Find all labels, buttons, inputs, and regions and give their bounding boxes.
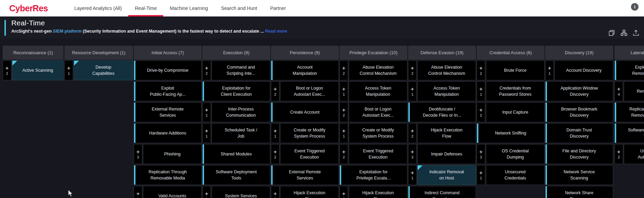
expand-button[interactable]: +1 [202, 102, 211, 122]
technique-cell[interactable]: Exploitation ofRemote Services [615, 60, 644, 80]
technique-cell[interactable]: Account Discovery [554, 60, 613, 80]
technique-cell[interactable]: Active Scanning [12, 60, 63, 80]
technique-cell[interactable]: Impair Defenses [417, 144, 476, 164]
expand-button[interactable]: +1 [545, 60, 554, 80]
hierarchy-icon[interactable] [621, 30, 627, 36]
technique-cell[interactable]: Network ServiceScanning [545, 165, 613, 185]
technique-cell[interactable]: Access TokenManipulation [417, 81, 476, 101]
nav-tab-real-time[interactable]: Real-Time [128, 0, 163, 16]
technique-cell[interactable]: Brute Force [486, 60, 545, 80]
technique-cell[interactable]: Abuse ElevationControl Mechanism [417, 60, 476, 80]
expand-button[interactable]: +2 [3, 60, 11, 80]
expand-button[interactable]: +1 [408, 81, 417, 101]
expand-button[interactable]: +3 [134, 144, 142, 164]
technique-cell[interactable]: Application WindowDiscovery [545, 81, 613, 101]
technique-cell[interactable]: Hijack ExecutionFlow [417, 123, 476, 143]
technique-cell[interactable]: Event TriggeredExecution [280, 144, 339, 164]
technique-cell[interactable]: Command andScripting Inte... [212, 60, 270, 80]
expand-button[interactable]: +1 [271, 123, 279, 143]
technique-cell[interactable]: Hijack ExecutionFlow [280, 186, 339, 198]
technique-cell[interactable]: Create or ModifySystem Process [349, 123, 407, 143]
technique-cell[interactable]: Browser BookmarkDiscovery [545, 102, 613, 122]
nav-tab-search-and-hunt[interactable]: Search and Hunt [215, 0, 264, 16]
technique-cell[interactable]: System Services [212, 186, 270, 198]
technique-cell[interactable]: Create or ModifySystem Process [280, 123, 339, 143]
technique-cell[interactable]: OS CredentialDumping [486, 144, 545, 164]
subtechnique-count: 2 [411, 72, 413, 75]
expand-button[interactable]: +2 [408, 123, 417, 143]
technique-cell[interactable]: Shared Modules [202, 144, 270, 164]
technique-cell[interactable]: Remote Services [624, 81, 644, 101]
expand-button[interactable]: +2 [339, 186, 348, 198]
expand-button[interactable]: +1 [339, 81, 348, 101]
expand-button[interactable]: +3 [477, 144, 485, 164]
technique-cell[interactable]: External RemoteServices [271, 165, 339, 185]
technique-cell[interactable]: Input Capture [486, 102, 545, 122]
technique-cell[interactable]: ExploitPublic-Facing Ap... [134, 81, 202, 101]
technique-cell[interactable]: Network Sniffing [477, 123, 545, 143]
technique-cell[interactable]: DevelopCapabilities [74, 60, 133, 80]
technique-label: Scanning [570, 175, 588, 181]
technique-cell[interactable]: Hijack ExecutionFlow [349, 186, 407, 198]
expand-button[interactable]: +1 [134, 186, 142, 198]
technique-cell[interactable]: Replication ThroughRemovable Media [134, 165, 202, 185]
technique-cell[interactable]: Access TokenManipulation [349, 81, 407, 101]
technique-cell[interactable]: Indirect CommandExecution [408, 186, 476, 198]
expand-button[interactable]: +1 [477, 81, 485, 101]
expand-button[interactable]: +4 [615, 81, 623, 101]
technique-cell[interactable]: Use AlternateAuthentication... [624, 144, 644, 164]
technique-cell[interactable]: Credentials fromPassword Stores [486, 81, 545, 101]
expand-button[interactable]: +2 [477, 102, 485, 122]
technique-cell[interactable]: Scheduled Task /Job [212, 123, 270, 143]
expand-button[interactable]: +2 [615, 144, 623, 164]
technique-cell[interactable]: Phishing [143, 144, 202, 164]
technique-cell[interactable]: Deobfuscate /Decode Files or In... [408, 102, 476, 122]
info-icon[interactable]: i [631, 3, 639, 11]
expand-button[interactable]: +1 [477, 165, 485, 185]
technique-cell[interactable]: Software DeploymentTools [202, 165, 270, 185]
read-more-link[interactable]: Read more [265, 29, 287, 34]
nav-tab-machine-learning[interactable]: Machine Learning [163, 0, 214, 16]
technique-cell[interactable]: Valid Accounts [143, 186, 202, 198]
technique-cell[interactable]: Boot or LogonAutostart Exec... [349, 102, 407, 122]
technique-cell[interactable]: Exploitation forPrivilege Escala... [339, 165, 407, 185]
expand-button[interactable]: +2 [477, 60, 485, 80]
copy-icon[interactable] [609, 30, 615, 36]
technique-cell[interactable]: Software DeploymentTools [615, 123, 644, 143]
technique-label: Flow [373, 196, 382, 198]
export-icon[interactable] [633, 30, 639, 36]
technique-cell[interactable]: Inter-ProcessCommunication [212, 102, 270, 122]
technique-cell[interactable]: External RemoteServices [134, 102, 202, 122]
expand-button[interactable]: +2 [202, 60, 211, 80]
expand-button[interactable]: +1 [202, 186, 211, 198]
expand-button[interactable]: +2 [339, 102, 348, 122]
expand-button[interactable]: +1 [408, 165, 417, 185]
technique-cell[interactable]: Abuse ElevationControl Mechanism [349, 60, 407, 80]
technique-cell[interactable]: Network ShareDiscovery [545, 186, 613, 198]
technique-cell[interactable]: Event TriggeredExecution [349, 144, 407, 164]
expand-button[interactable]: +2 [271, 186, 279, 198]
expand-button[interactable]: +1 [339, 123, 348, 143]
expand-button[interactable]: +2 [271, 81, 279, 101]
expand-button[interactable]: +2 [408, 60, 417, 80]
expand-button[interactable]: +1 [202, 123, 211, 143]
technique-cell[interactable]: Drive-by Compromise [134, 60, 202, 80]
technique-cell[interactable]: AccountManipulation [271, 60, 339, 80]
nav-tab-partner[interactable]: Partner [264, 0, 293, 16]
technique-cell[interactable]: Boot or LogonAutostart Exec... [280, 81, 339, 101]
siem-platform-link[interactable]: SIEM platform [53, 29, 82, 34]
expand-button[interactable]: +2 [339, 60, 348, 80]
technique-cell[interactable]: Create Account [271, 102, 339, 122]
nav-tab-layered-analytics[interactable]: Layered Analytics (All) [68, 0, 129, 16]
technique-cell[interactable]: Domain TrustDiscovery [545, 123, 613, 143]
technique-cell[interactable]: File and DirectoryDiscovery [545, 144, 613, 164]
expand-button[interactable]: +2 [271, 144, 279, 164]
expand-button[interactable]: +3 [408, 144, 417, 164]
technique-cell[interactable]: Replication ThroughRemovable Media [615, 102, 644, 122]
expand-button[interactable]: +2 [339, 144, 348, 164]
expand-button[interactable]: +1 [64, 60, 73, 80]
technique-cell[interactable]: Hardware Additions [134, 123, 202, 143]
technique-cell[interactable]: Exploitation forClient Execution [202, 81, 270, 101]
technique-cell[interactable]: Indicator Removalon Host [417, 165, 476, 185]
technique-cell[interactable]: UnsecuredCredentials [486, 165, 545, 185]
